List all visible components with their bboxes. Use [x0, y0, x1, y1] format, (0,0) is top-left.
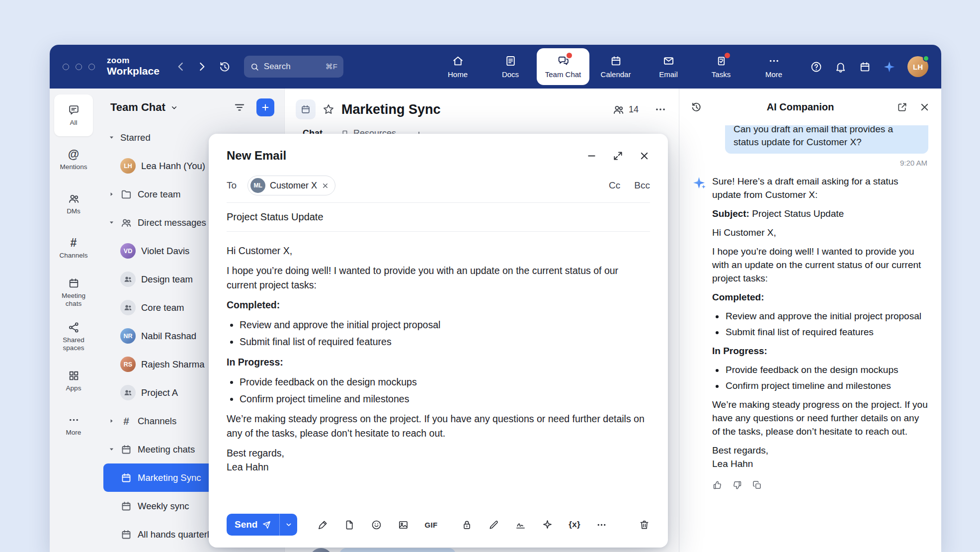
rail-item-all[interactable]: All [54, 94, 93, 136]
apps-icon [68, 369, 80, 382]
star-icon[interactable] [322, 103, 335, 116]
back-icon[interactable] [174, 60, 187, 73]
trash-icon[interactable] [639, 519, 650, 531]
ai-sparkle-icon[interactable] [883, 61, 896, 73]
rail-item-apps[interactable]: Apps [54, 360, 93, 402]
chevron-down-icon [285, 521, 293, 529]
screen: { "colors": { "topbar_bg": "#1c357f", "a… [0, 0, 980, 552]
send-options-button[interactable] [279, 514, 297, 536]
nav-item-email[interactable]: Email [642, 48, 695, 85]
chat-more-icon[interactable] [654, 103, 667, 116]
people-icon [120, 217, 132, 229]
window-zoom-button[interactable] [88, 64, 95, 70]
subject-field[interactable]: Project Status Update [209, 203, 668, 231]
window-controls [63, 64, 95, 70]
ai-response-subject: Subject: Project Status Update [712, 207, 928, 221]
new-chat-button[interactable] [256, 98, 274, 116]
nav-item-tasks[interactable]: Tasks [695, 48, 747, 85]
email-body-editor[interactable]: Hi Customer X, I hope you’re doing well!… [209, 232, 668, 505]
remove-recipient-icon[interactable] [322, 182, 329, 189]
search-shortcut: ⌘F [326, 62, 337, 71]
ai-sparkle-icon [692, 176, 706, 189]
thumbs-down-icon[interactable] [732, 480, 742, 490]
nav-item-team-chat[interactable]: Team Chat [537, 48, 589, 85]
notifications-bell-icon[interactable] [834, 61, 847, 73]
help-icon[interactable] [810, 61, 822, 73]
avatar: RS [120, 357, 136, 372]
bcc-button[interactable]: Bcc [634, 180, 650, 191]
emoji-icon[interactable] [371, 519, 382, 531]
signature-icon[interactable] [515, 519, 526, 531]
ai-completed-list: Review and approve the initial project p… [712, 310, 928, 339]
rail-item-more[interactable]: More [54, 404, 93, 446]
rail-item-channels[interactable]: # Channels [54, 227, 93, 269]
open-in-new-icon[interactable] [897, 101, 908, 113]
rail-item-mentions[interactable]: @ Mentions [54, 139, 93, 181]
nav-item-calendar[interactable]: Calendar [589, 48, 642, 85]
group-avatar-icon [120, 300, 136, 315]
people-icon [68, 192, 80, 205]
to-label: To [227, 180, 237, 191]
chevron-expanded-icon [108, 446, 115, 453]
nav-item-more[interactable]: More [747, 48, 800, 85]
ai-sparkle-icon[interactable] [542, 519, 553, 531]
format-pen-icon[interactable] [317, 519, 328, 531]
ai-signature-block: Best regards,Lea Hahn [712, 444, 928, 471]
minimize-icon[interactable] [586, 150, 597, 162]
rail-item-meeting-chats[interactable]: Meeting chats [54, 272, 93, 313]
send-button[interactable]: Send [227, 514, 279, 536]
pencil-icon[interactable] [488, 519, 499, 531]
ai-conversation: Can you draft an email that provides a s… [679, 125, 941, 552]
recipient-chip[interactable]: ML Customer X [247, 176, 335, 195]
nav-item-home[interactable]: Home [431, 48, 484, 85]
copy-icon[interactable] [752, 480, 762, 490]
history-icon[interactable] [690, 101, 702, 113]
rail-item-shared-spaces[interactable]: Shared spaces [54, 316, 93, 358]
variables-icon[interactable]: {x} [569, 520, 580, 530]
window-minimize-button[interactable] [76, 64, 82, 70]
search-input[interactable]: Search ⌘F [244, 56, 343, 78]
calendar-date-icon[interactable] [859, 61, 871, 73]
group-avatar-icon [120, 272, 136, 287]
rail-item-dms[interactable]: DMs [54, 183, 93, 225]
recipient-avatar: ML [250, 178, 265, 193]
user-avatar[interactable]: LH [907, 56, 928, 77]
attach-file-icon[interactable] [344, 519, 355, 531]
meeting-calendar-icon [120, 472, 132, 484]
chevron-collapsed-icon [108, 191, 115, 197]
more-options-icon[interactable] [596, 519, 607, 531]
forward-icon[interactable] [195, 60, 208, 73]
chevron-collapsed-icon [108, 418, 115, 424]
meeting-calendar-icon [300, 104, 311, 115]
history-icon[interactable] [218, 60, 231, 73]
chat-message[interactable]: Great discussion team! [310, 548, 456, 552]
ai-panel-title: AI Companion [709, 101, 892, 113]
chat-bubble-icon [68, 104, 80, 116]
ai-companion-panel: AI Companion Can you draft an email that… [679, 89, 941, 552]
image-icon[interactable] [398, 519, 409, 531]
sidebar-title[interactable]: Team Chat [110, 101, 165, 114]
at-icon: @ [68, 148, 79, 161]
tasks-icon [715, 55, 728, 67]
meeting-calendar-icon [68, 277, 80, 289]
members-count[interactable]: 14 [612, 103, 639, 116]
avatar: VD [120, 243, 136, 259]
cc-button[interactable]: Cc [609, 180, 620, 191]
expand-icon[interactable] [612, 150, 624, 162]
gif-icon[interactable]: GIF [424, 521, 437, 529]
chevron-down-icon[interactable] [170, 103, 178, 112]
avatar: NR [120, 328, 136, 344]
window-close-button[interactable] [63, 64, 69, 70]
message-bubble: Great discussion team! [339, 548, 456, 552]
thumbs-up-icon[interactable] [712, 480, 723, 490]
chat-item-lea-rajesh[interactable]: LR Lea/Rajesh 1:1 [103, 549, 278, 552]
close-icon[interactable] [639, 150, 650, 162]
completed-list: Review and approve the initial project p… [227, 318, 650, 349]
ai-response-intro: Sure! Here’s a draft email asking for a … [712, 175, 928, 202]
filter-icon[interactable] [233, 101, 246, 114]
lock-icon[interactable] [461, 519, 473, 531]
topbar: zoom Workplace Search ⌘F Home Docs [50, 45, 941, 89]
close-icon[interactable] [919, 101, 930, 113]
nav-item-docs[interactable]: Docs [484, 48, 537, 85]
chat-title: Marketing Sync [341, 102, 441, 117]
